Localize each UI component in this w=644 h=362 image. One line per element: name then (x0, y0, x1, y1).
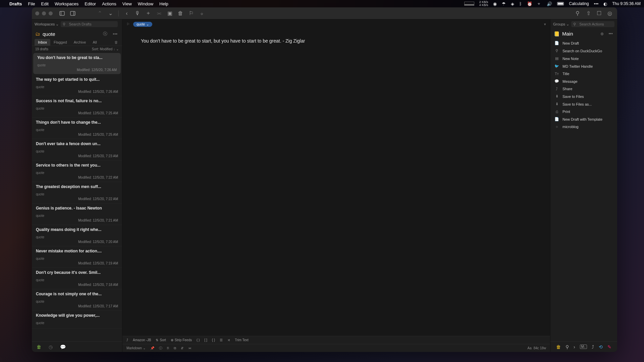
tab-all[interactable]: All (89, 39, 100, 46)
paren-action[interactable]: ( ) (197, 338, 200, 342)
draft-list-item[interactable]: Genius is patience. - Isaac Newton quote… (32, 203, 122, 225)
pin-icon[interactable]: 📌 (150, 346, 154, 350)
export-icon[interactable]: ⎘ (167, 346, 169, 350)
record-icon[interactable]: ◉ (493, 1, 497, 6)
highlight-icon[interactable]: ✎ (607, 344, 611, 350)
sort-action[interactable]: ⇅ Sort (156, 338, 166, 342)
font-button[interactable]: Aa (528, 346, 532, 350)
trash-icon[interactable]: 🗑 (176, 9, 184, 17)
nav-up-icon[interactable]: ⌃ (96, 9, 104, 17)
shuffle-action-icon[interactable]: ⤨ (227, 338, 230, 342)
close-window-icon[interactable] (35, 11, 39, 15)
bracket-action[interactable]: [ ] (204, 338, 207, 342)
link-mode-icon[interactable]: ⫘ (188, 346, 192, 350)
tag-icon[interactable]: ⬦ (198, 9, 206, 17)
sort-dropdown[interactable]: Sort: Modified ↓ ⌄ (92, 47, 119, 51)
menu-edit[interactable]: Edit (41, 1, 49, 6)
sidebar-right-toggle-icon[interactable] (69, 9, 77, 17)
menu-help[interactable]: Help (159, 1, 168, 6)
menu-workspaces[interactable]: Workspaces (55, 1, 78, 6)
flag-icon[interactable]: ⚐ (187, 9, 195, 17)
menu-window[interactable]: Window (138, 1, 153, 6)
wifi-icon[interactable]: ᯤ (537, 1, 542, 6)
more-actions-icon[interactable]: ••• (607, 32, 614, 36)
chat-status-icon[interactable]: 💬 (60, 344, 66, 350)
info-icon[interactable]: ⓘ (159, 346, 162, 351)
draft-list-item[interactable]: Things don't have to change the... quote… (32, 118, 122, 139)
bluetooth-icon[interactable]: ᛒ (519, 1, 522, 6)
draft-list[interactable]: You don't have to be great to sta... quo… (32, 52, 122, 341)
tab-archive[interactable]: Archive (70, 39, 90, 46)
action-item[interactable]: ▤New Note (550, 55, 617, 62)
markdown-icon[interactable]: M↓ (580, 345, 587, 349)
amazon-action[interactable]: Amazon -JB (133, 338, 151, 342)
focus-icon[interactable]: ◎ (606, 9, 614, 17)
traffic-lights[interactable] (35, 11, 53, 15)
draft-list-item[interactable]: The way to get started is to quit... quo… (32, 75, 122, 96)
action-item[interactable]: TтTitle (550, 70, 617, 77)
tab-inbox[interactable]: Inbox (35, 39, 50, 46)
trim-text-action[interactable]: Trim Text (235, 338, 249, 342)
clock-status-icon[interactable]: ◷ (49, 344, 53, 350)
share-action-icon[interactable]: ⤴ (126, 338, 128, 342)
action-item[interactable]: 💬Message (550, 77, 617, 85)
draft-list-item[interactable]: Knowledge will give you power,... quote (32, 311, 122, 328)
draft-list-item[interactable]: Never mistake motion for action.... quot… (32, 246, 122, 268)
istat-graph-icon[interactable] (464, 2, 474, 6)
sidebar-left-toggle-icon[interactable] (58, 9, 66, 17)
status-text[interactable]: Calculating (569, 1, 589, 6)
draft-list-item[interactable]: Don't cry because it's over. Smil... quo… (32, 268, 122, 289)
menu-view[interactable]: View (122, 1, 132, 6)
action-item[interactable]: ⬇Save to Files (550, 93, 617, 100)
action-trash-icon[interactable]: 🗑 (556, 344, 561, 350)
action-item[interactable]: ○microblog (550, 123, 617, 130)
siri-icon[interactable]: ◐ (603, 1, 607, 6)
action-share-icon[interactable]: ⤴ (592, 344, 594, 350)
action-item[interactable]: ⬇Save to Files as... (550, 100, 617, 108)
actions-search-input[interactable] (571, 21, 614, 27)
draft-list-item[interactable]: The greatest deception men suff... quote… (32, 182, 122, 203)
action-item[interactable]: ⎙Print (550, 108, 617, 115)
clear-icon[interactable]: ⓧ (102, 31, 109, 37)
trash-tab-icon[interactable]: 🗑 (113, 39, 119, 46)
action-item[interactable]: 🐦MD Twitter Handle (550, 62, 617, 70)
panel-icon[interactable]: ☐ (595, 9, 603, 17)
dropdown-icon[interactable]: ▾ (544, 22, 546, 26)
search-icon[interactable]: ⚲ (574, 9, 582, 17)
action-item[interactable]: ⤴Share (550, 85, 617, 93)
list-action-icon[interactable]: ☰ (220, 338, 223, 342)
action-forward-icon[interactable]: › (574, 344, 575, 350)
action-item[interactable]: 📄New Draft with Template (550, 115, 617, 123)
action-item[interactable]: 📄New Draft (550, 39, 617, 47)
zoom-window-icon[interactable] (49, 11, 53, 15)
app-name[interactable]: Drafts (9, 1, 22, 6)
menu-editor[interactable]: Editor (85, 1, 96, 6)
draft-list-item[interactable]: Success is not final, failure is no... q… (32, 96, 122, 118)
drafts-search-input[interactable] (61, 21, 118, 27)
alarm-icon[interactable]: ⏰ (527, 1, 532, 6)
link-icon[interactable]: ⫘ (155, 9, 163, 17)
volume-icon[interactable]: 🔊 (547, 1, 552, 6)
copy-icon[interactable]: ⧉ (174, 346, 176, 350)
draft-tag-pill[interactable]: quote ⌄ (133, 22, 152, 27)
menu-file[interactable]: File (28, 1, 35, 6)
nav-down-icon[interactable]: ⌄ (106, 9, 114, 17)
flag-toggle-icon[interactable]: ⚐ (126, 22, 130, 26)
inbox-status-icon[interactable]: 🗑 (37, 344, 41, 350)
new-action-icon[interactable]: ⊕ (599, 32, 605, 36)
draft-list-item[interactable]: Quality means doing it right whe... quot… (32, 225, 122, 246)
editor-body[interactable]: You don't have to be great to start, but… (122, 29, 550, 336)
strip-feeds-action[interactable]: ⊗ Strip Feeds (171, 338, 192, 342)
umbrella-icon[interactable]: ☂ (502, 1, 506, 6)
share-icon[interactable]: ⇧ (584, 9, 592, 17)
more-icon[interactable]: ••• (594, 1, 599, 6)
battery-icon[interactable] (557, 2, 564, 5)
clock[interactable]: Thu 9:35:36 AM (612, 1, 641, 6)
groups-dropdown[interactable]: Groups ⌄ (553, 22, 569, 26)
new-draft-icon[interactable]: ＋ (144, 9, 152, 17)
tab-flagged[interactable]: Flagged (50, 39, 70, 46)
action-search-icon[interactable]: ⚲ (566, 344, 569, 350)
draft-list-item[interactable]: Courage is not simply one of the... quot… (32, 289, 122, 311)
action-item[interactable]: ⚲Search on DuckDuckGo (550, 47, 617, 55)
workspaces-dropdown[interactable]: Workspaces ⌄ (35, 22, 59, 26)
